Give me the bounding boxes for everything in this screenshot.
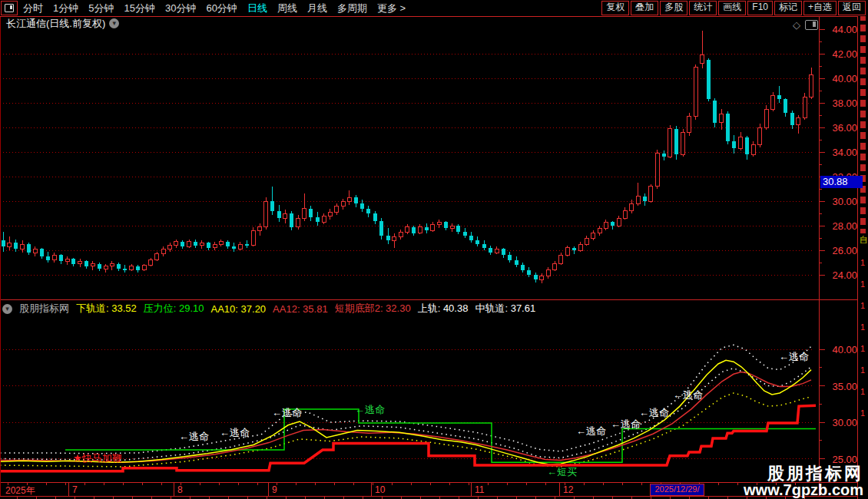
add-watchlist-button[interactable]: +自选 <box>803 1 837 15</box>
f10-button[interactable]: F10 <box>747 1 773 15</box>
current-date-box: 2025/12/29/— <box>650 484 704 496</box>
indicator-line-aa10 <box>0 360 811 464</box>
watermark: 股朋指标网 www.7gpzb.com <box>744 464 863 498</box>
pane-corner-icons: ◇ <box>793 19 818 31</box>
indicator-price-label: 40.00 <box>822 344 857 355</box>
stock-title: 长江通信(日线.前复权) <box>6 17 105 31</box>
month-label: 10 <box>375 484 385 495</box>
signal-star-label: ★快马加鞭 <box>73 451 122 465</box>
candlestick-layer[interactable] <box>2 31 813 284</box>
menu-30min[interactable]: 30分钟 <box>165 2 196 15</box>
indicator-name: 股朋指标网 <box>19 302 69 316</box>
indicator-lines-layer[interactable] <box>0 345 816 471</box>
multi-stock-button[interactable]: 多股 <box>660 1 687 15</box>
menu-multi-period[interactable]: 多周期 <box>337 2 367 15</box>
restore-rights-button[interactable]: 复权 <box>601 1 629 15</box>
month-label: 8 <box>177 484 183 495</box>
price-label: 42.00 <box>822 48 857 60</box>
indicator-field: 中轨道: 37.61 <box>475 302 535 316</box>
signal-escape-label: ←逃命 <box>576 425 606 438</box>
indicator-line-pressure <box>65 409 816 462</box>
indicator-line-middle_band <box>0 367 811 461</box>
indicator-field: AA10: 37.20 <box>211 303 267 315</box>
indicator-field: 短期底部2: 32.30 <box>335 302 411 316</box>
draw-line-button[interactable]: 画线 <box>718 1 746 15</box>
signal-escape-label: ←逃命 <box>220 426 250 440</box>
menu-monthly[interactable]: 月线 <box>307 2 327 15</box>
indicator-line-short_bottom <box>0 405 816 471</box>
price-label: 34.00 <box>822 147 857 158</box>
indicator-price-label: 35.00 <box>822 381 857 392</box>
price-marker-badge: 30.88 <box>820 176 863 188</box>
top-toolbar: 分时1分钟5分钟15分钟30分钟60分钟日线周线月线多周期更多 > 复权叠加多股… <box>0 0 868 16</box>
price-label: 36.00 <box>822 122 857 134</box>
title-bar: 长江通信(日线.前复权) ▾ <box>6 18 119 29</box>
chart-canvas[interactable] <box>0 0 868 499</box>
clipped-sidebar-text <box>860 3 866 233</box>
price-label: 28.00 <box>822 220 857 232</box>
indicator-collapse-icon[interactable]: ▾ <box>2 304 12 314</box>
signal-escape-label: ←逃命 <box>611 418 641 431</box>
trading-app-window: { "toolbar": { "menu": [ {"label":"分时","… <box>0 0 868 499</box>
signal-escape-label: ←逃命 <box>779 350 809 364</box>
price-label: 38.00 <box>822 97 857 109</box>
price-label: 44.00 <box>822 24 857 35</box>
indicator-price-label: 30.00 <box>822 417 857 428</box>
toolbar-buttons: 复权叠加多股统计画线F10标记+自选返回 <box>601 1 866 15</box>
sidebar-char: 自 <box>860 234 868 246</box>
period-menu: 分时1分钟5分钟15分钟30分钟60分钟日线周线月线多周期更多 > <box>23 0 406 16</box>
overlay-button[interactable]: 叠加 <box>631 1 658 15</box>
watermark-url: www.7gpzb.com <box>744 482 863 498</box>
menu-5min[interactable]: 5分钟 <box>88 2 114 15</box>
right-sidebar-strip[interactable]: 自 1 1 1 1 1 1 1 1 <box>858 0 868 499</box>
month-label: 12 <box>563 484 573 495</box>
signal-buy-label: ←短买 <box>547 465 577 479</box>
watermark-site-name: 股朋指标网 <box>744 464 863 482</box>
month-label: 11 <box>475 484 484 495</box>
menu-weekly[interactable]: 周线 <box>277 2 297 15</box>
price-label: 26.00 <box>822 245 857 256</box>
price-label: 40.00 <box>822 73 857 84</box>
menu-1min[interactable]: 1分钟 <box>53 2 78 15</box>
window-layout-icon[interactable] <box>1 1 18 15</box>
indicator-field: AA12: 35.81 <box>273 303 328 315</box>
mark-button[interactable]: 标记 <box>774 1 802 15</box>
indicator-header: ▾ 股朋指标网 下轨道: 33.52压力位: 29.10AA10: 37.20A… <box>2 302 535 315</box>
split-window-icon[interactable] <box>805 20 818 30</box>
year-label: 2025年 <box>5 484 35 497</box>
signal-escape-label: ←逃命 <box>179 430 209 444</box>
menu-more[interactable]: 更多 > <box>377 2 406 15</box>
signal-escape-label: ←逃命 <box>355 403 385 417</box>
signal-escape-label: ←逃命 <box>639 406 669 420</box>
menu-60min[interactable]: 60分钟 <box>206 2 237 15</box>
frame-lines <box>0 0 868 499</box>
indicator-field: 上轨: 40.38 <box>418 302 469 316</box>
signal-escape-label: ←逃命 <box>673 388 703 402</box>
back-button[interactable]: 返回 <box>838 1 866 15</box>
diamond-icon[interactable]: ◇ <box>793 19 800 31</box>
menu-daily[interactable]: 日线 <box>247 2 267 15</box>
menu-15min[interactable]: 15分钟 <box>124 2 154 15</box>
collapse-chevron-icon[interactable]: ▾ <box>109 18 119 28</box>
month-label: 9 <box>272 484 277 495</box>
month-label: 7 <box>72 484 78 495</box>
signal-escape-label: ←逃命 <box>272 406 302 420</box>
indicator-field: 压力位: 29.10 <box>144 302 204 316</box>
indicator-field: 下轨道: 33.52 <box>76 302 137 316</box>
statistics-button[interactable]: 统计 <box>689 1 717 15</box>
price-label: 30.00 <box>822 196 857 207</box>
price-label: 24.00 <box>822 269 857 281</box>
menu-timesharing[interactable]: 分时 <box>23 2 43 15</box>
sidebar-ones-column: 1 1 1 1 1 1 1 1 <box>860 252 865 424</box>
